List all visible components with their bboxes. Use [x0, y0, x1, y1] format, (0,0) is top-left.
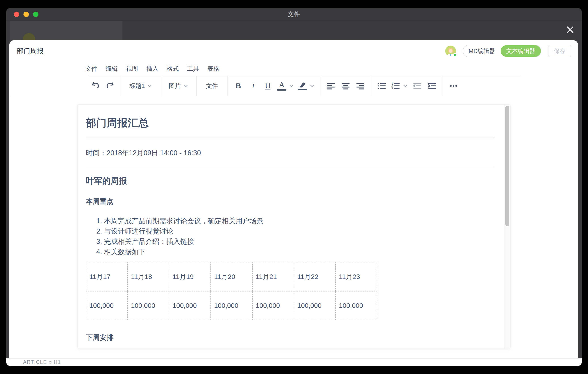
online-status-dot	[453, 53, 457, 57]
modal-header: 部门周报 MD编辑器 文本编辑器 保	[9, 40, 578, 62]
table-row: 11月17 11月18 11月19 11月20 11月21 11月22 11月2…	[86, 262, 377, 291]
highlight-icon	[299, 82, 306, 88]
highlight-button[interactable]	[296, 76, 317, 96]
close-icon[interactable]	[565, 24, 576, 35]
section-heading-week-focus: 本周重点	[86, 197, 495, 207]
table-cell[interactable]: 11月17	[86, 262, 127, 291]
table-cell[interactable]: 100,000	[86, 291, 127, 320]
data-table[interactable]: 11月17 11月18 11月19 11月20 11月21 11月22 11月2…	[86, 262, 377, 320]
avatar[interactable]	[445, 46, 456, 56]
more-icon	[449, 81, 458, 91]
scrollbar-thumb[interactable]	[505, 106, 509, 226]
menu-tools[interactable]: 工具	[187, 65, 199, 73]
toolbar-separator	[320, 76, 320, 96]
align-center-icon	[341, 81, 350, 91]
menu-table[interactable]: 表格	[207, 65, 219, 73]
menu-format[interactable]: 格式	[167, 65, 179, 73]
align-left-icon	[326, 81, 336, 91]
toolbar-separator	[161, 76, 161, 96]
chevron-down-icon	[402, 83, 408, 89]
md-editor-button[interactable]: MD编辑器	[463, 45, 501, 57]
toolbar-separator	[121, 76, 121, 96]
menu-file[interactable]: 文件	[85, 65, 97, 73]
file-attach-button[interactable]: 文件	[200, 76, 224, 96]
horizontal-rule	[86, 138, 495, 138]
bold-button[interactable]: B	[231, 76, 246, 96]
toolbar: 标题1 图片 文件 B I U A	[9, 76, 578, 96]
chevron-down-icon	[288, 83, 294, 89]
save-button[interactable]: 保存	[548, 45, 571, 57]
redo-icon	[105, 81, 115, 91]
table-cell[interactable]: 100,000	[169, 291, 211, 320]
app-window: 文件 部门周报	[6, 8, 582, 366]
menubar: 文件 编辑 视图 插入 格式 工具 表格	[9, 62, 578, 76]
toolbar-separator	[371, 76, 371, 96]
heading-dropdown[interactable]: 标题1	[124, 76, 158, 96]
font-color-swatch	[277, 89, 286, 91]
align-right-icon	[356, 81, 365, 91]
list-item: 与设计师进行视觉讨论	[96, 226, 495, 236]
window-minimize-button[interactable]	[23, 12, 29, 17]
table-cell[interactable]: 100,000	[336, 291, 377, 320]
table-cell[interactable]: 11月22	[294, 262, 336, 291]
statusbar: ARTICLE » H1	[6, 358, 582, 366]
traffic-lights	[14, 12, 38, 17]
font-color-button[interactable]: A	[275, 76, 296, 96]
list-item: 相关数据如下	[96, 247, 495, 257]
horizontal-rule	[86, 167, 495, 167]
undo-button[interactable]	[88, 76, 103, 96]
chevron-down-icon	[183, 83, 189, 89]
document-page[interactable]: 部门周报汇总 时间：2018年12月09日 14:00 - 16:30 叶军的周…	[77, 104, 511, 348]
numbered-list-icon: 1 2 3	[391, 81, 400, 91]
text-editor-button[interactable]: 文本编辑器	[501, 45, 541, 57]
doc-title: 部门周报	[17, 46, 43, 56]
scrollbar-track[interactable]	[504, 105, 510, 348]
menu-insert[interactable]: 插入	[146, 65, 158, 73]
align-center-button[interactable]	[338, 76, 353, 96]
bullet-list-icon	[377, 81, 387, 91]
outdent-button[interactable]	[410, 76, 425, 96]
doc-heading-2: 叶军的周报	[86, 175, 495, 187]
chevron-down-icon	[147, 83, 153, 89]
window-zoom-button[interactable]	[33, 12, 38, 17]
table-cell[interactable]: 100,000	[211, 291, 252, 320]
table-cell[interactable]: 11月19	[169, 262, 211, 291]
italic-button[interactable]: I	[246, 76, 261, 96]
window-title: 文件	[288, 10, 300, 18]
numbered-list-dropdown[interactable]: 1 2 3	[389, 76, 410, 96]
toolbar-separator	[196, 76, 197, 96]
toolbar-separator	[442, 76, 443, 96]
table-row: 100,000 100,000 100,000 100,000 100,000 …	[86, 291, 377, 320]
table-cell[interactable]: 100,000	[252, 291, 294, 320]
table-cell[interactable]: 11月20	[211, 262, 252, 291]
indent-button[interactable]	[425, 76, 440, 96]
toolbar-separator	[227, 76, 228, 96]
editor-canvas: 部门周报汇总 时间：2018年12月09日 14:00 - 16:30 叶军的周…	[9, 96, 578, 350]
menu-edit[interactable]: 编辑	[106, 65, 118, 73]
element-path-breadcrumb: ARTICLE » H1	[23, 359, 61, 365]
image-dropdown[interactable]: 图片	[164, 76, 193, 96]
underline-button[interactable]: U	[261, 76, 275, 96]
doc-heading-1: 部门周报汇总	[86, 116, 495, 130]
redo-button[interactable]	[103, 76, 117, 96]
list-item: 本周完成产品前期需求讨论会议，确定相关用户场景	[96, 216, 495, 226]
document-modal: 部门周报 MD编辑器 文本编辑器 保	[9, 40, 578, 358]
more-button[interactable]	[446, 76, 461, 96]
table-cell[interactable]: 100,000	[127, 291, 169, 320]
document-content: 部门周报汇总 时间：2018年12月09日 14:00 - 16:30 叶军的周…	[86, 105, 495, 342]
table-cell[interactable]: 11月23	[336, 262, 377, 291]
window-close-button[interactable]	[14, 12, 19, 17]
table-cell[interactable]: 100,000	[294, 291, 336, 320]
outdent-icon	[413, 81, 422, 91]
table-cell[interactable]: 11月18	[127, 262, 169, 291]
align-right-button[interactable]	[353, 76, 368, 96]
meeting-time: 时间：2018年12月09日 14:00 - 16:30	[86, 148, 495, 158]
weekly-list: 本周完成产品前期需求讨论会议，确定相关用户场景 与设计师进行视觉讨论 完成相关产…	[86, 216, 495, 257]
menu-view[interactable]: 视图	[126, 65, 138, 73]
undo-icon	[91, 81, 100, 91]
align-left-button[interactable]	[324, 76, 338, 96]
indent-icon	[427, 81, 437, 91]
svg-text:3: 3	[391, 87, 393, 90]
bullet-list-button[interactable]	[374, 76, 389, 96]
table-cell[interactable]: 11月21	[252, 262, 294, 291]
